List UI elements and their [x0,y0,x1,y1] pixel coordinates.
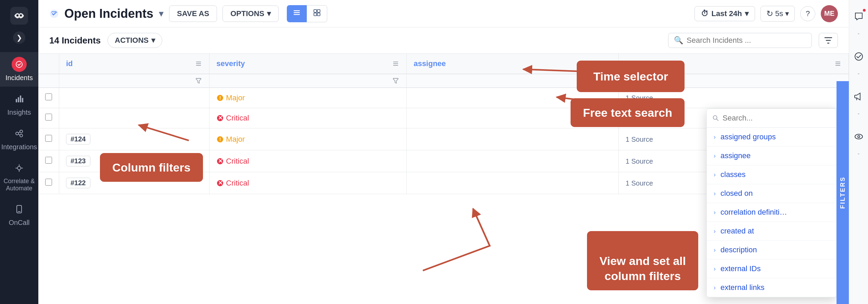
filter-item-created-at[interactable]: › created at [707,222,836,241]
chevron-right-icon: › [714,246,716,254]
sidebar-collapse-button[interactable]: ❯ [13,31,25,44]
svg-point-2 [16,61,22,67]
filter-item-correlation[interactable]: › correlation definiti… [707,203,836,222]
grid-view-button[interactable] [307,5,327,22]
svg-point-9 [20,134,23,137]
list-view-button[interactable] [287,5,307,22]
chevron-right-icon: › [714,171,716,178]
chevron-right-icon: › [714,228,716,235]
chevron-right-icon: › [714,152,716,160]
refresh-icon: ↻ [766,9,773,18]
eye-icon-button[interactable] [849,126,868,148]
callout-view-set-filters: View and set all column filters [587,231,698,290]
row-id-5: #122 [59,172,209,194]
svg-rect-5 [20,96,21,102]
search-icon: 🔍 [674,36,683,45]
sidebar-logo[interactable] [10,7,28,25]
chevron-right-icon: › [714,134,716,141]
svg-text:✕: ✕ [218,158,222,164]
description-sort-icon[interactable] [834,60,842,67]
help-button[interactable]: ? [800,6,815,21]
svg-text:!: ! [219,137,221,142]
chat-icon-button[interactable] [849,5,868,27]
row-id-2 [59,108,209,128]
filter-button[interactable] [819,33,838,48]
row-severity-4: ✕ Critical [209,150,407,172]
filter-item-description[interactable]: › description [707,241,836,259]
megaphone-icon [854,92,864,101]
row-checkbox-4[interactable] [38,150,59,172]
row-checkbox-5[interactable] [38,172,59,194]
search-input[interactable] [687,36,806,45]
grid-icon [313,9,321,16]
col-header-id: id [59,54,209,74]
severity-sort-icon[interactable] [392,60,399,67]
title-dropdown-button[interactable]: ▾ [159,8,164,19]
check-icon-button[interactable] [849,46,868,67]
svg-point-49 [855,53,863,60]
app-logo-icon [49,9,59,18]
filter-search-input[interactable] [723,114,831,123]
megaphone-icon-button[interactable] [849,86,868,107]
row-severity-3: ! Major [209,128,407,150]
row-checkbox-2[interactable] [38,108,59,128]
actions-button[interactable]: ACTIONS ▾ [107,33,162,48]
refresh-button[interactable]: ↻ 5s ▾ [761,6,795,22]
eye-count: - [858,150,860,157]
chevron-right-icon: › [714,265,716,273]
svg-point-7 [16,132,18,135]
chat-count: - [858,30,860,37]
svg-point-12 [17,166,21,170]
svg-rect-21 [314,10,317,12]
row-assignee-1 [407,88,618,108]
filter-item-assignee[interactable]: › assignee [707,147,836,165]
row-assignee-5 [407,172,618,194]
sidebar-item-incidents[interactable]: Incidents [0,52,38,87]
row-checkbox-1[interactable] [38,88,59,108]
row-checkbox-3[interactable] [38,128,59,150]
assignee-sort-icon[interactable] [604,60,612,67]
filter-item-external-links[interactable]: › external links [707,278,836,297]
major-icon-1: ! [216,94,224,102]
sidebar-item-label-incidents: Incidents [5,74,33,82]
time-selector[interactable]: ⏱ Last 24h ▾ [694,6,755,21]
incidents-bar: 14 Incidents ACTIONS ▾ 🔍 [38,27,849,54]
sidebar-item-insights[interactable]: Insights [0,87,38,121]
sidebar-item-label-oncall: OnCall [9,219,29,227]
sidebar-item-label-insights: Insights [8,109,31,116]
sidebar-item-integrations[interactable]: Integrations [0,121,38,156]
id-filter-icon[interactable] [195,77,202,85]
svg-rect-22 [317,10,320,12]
save-as-button[interactable]: SAVE AS [169,5,217,22]
svg-point-1 [20,14,22,16]
svg-line-11 [18,134,20,135]
assignee-filter-icon[interactable] [604,77,612,85]
filters-dropdown: › assigned groups › assignee › classes ›… [706,109,837,297]
id-sort-icon[interactable] [195,60,202,67]
filter-assignee-cell [407,74,618,88]
row-assignee-4 [407,150,618,172]
filter-item-assigned-groups[interactable]: › assigned groups [707,128,836,147]
filter-item-classes[interactable]: › classes [707,165,836,184]
critical-icon-5: ✕ [216,179,224,187]
filter-item-external-ids[interactable]: › external IDs [707,259,836,278]
svg-rect-4 [18,97,19,102]
svg-point-50 [855,134,863,139]
sidebar-item-oncall[interactable]: OnCall [0,197,38,231]
table-row: ! Major 1 Source [38,88,849,108]
chevron-right-icon: › [714,190,716,197]
sidebar-item-label-correlate: Correlate & Automate [3,178,35,192]
major-icon-3: ! [216,136,224,143]
severity-filter-icon[interactable] [392,77,399,85]
sidebar-item-correlate[interactable]: Correlate & Automate [0,156,38,197]
svg-point-0 [16,14,18,16]
filter-item-closed-on[interactable]: › closed on [707,184,836,203]
eye-icon [854,132,864,141]
svg-rect-20 [294,14,300,15]
check-count: - [858,70,860,77]
filter-description-cell [618,74,848,88]
filters-sidebar-label[interactable]: FILTERS [837,81,849,304]
avatar[interactable]: ME [821,5,838,22]
options-button[interactable]: OPTIONS ▾ [222,5,279,22]
integrations-icon [12,126,27,141]
